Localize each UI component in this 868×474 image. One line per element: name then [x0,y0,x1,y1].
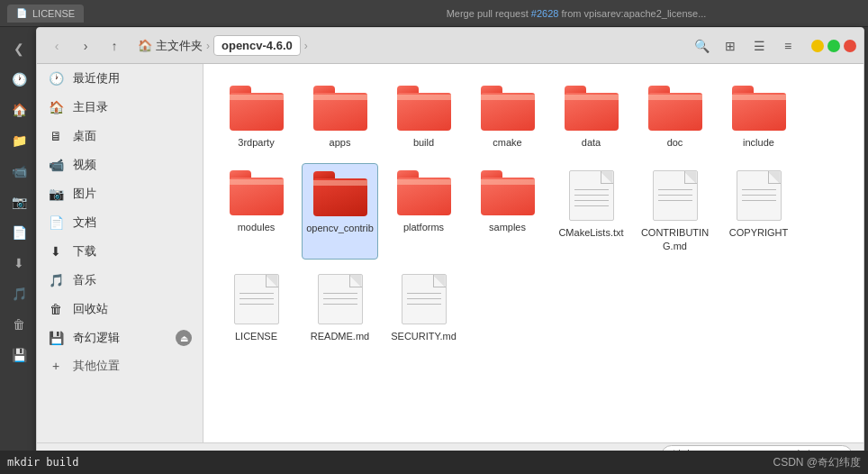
current-path: opencv-4.6.0 [213,35,301,56]
file-name-security: SECURITY.md [391,330,457,342]
file-name-contributing: CONTRIBUTING.md [640,226,710,252]
photo-label: 图片 [73,186,192,202]
edge-folder-btn[interactable]: 📁 [5,126,33,155]
list-view-button[interactable]: ☰ [746,33,772,59]
file-item-copyright[interactable]: COPYRIGHT [720,163,797,260]
desktop-icon: 🖥 [48,128,64,144]
title-bar-github: Merge pull request #2628 from vpisarev:a… [292,8,861,19]
sidebar-item-doc[interactable]: 📄 文档 [37,208,203,237]
file-name-cmake: cmake [493,136,521,149]
edge-collapse-btn[interactable]: ❮ [5,34,33,63]
sidebar: 🕐 最近使用 🏠 主目录 🖥 桌面 📹 视频 📷 图片 📄 文档 [37,64,203,442]
file-item-contributing[interactable]: CONTRIBUTING.md [637,163,713,260]
file-item-build[interactable]: build [385,78,462,156]
edge-recent-btn[interactable]: 🕐 [5,65,33,94]
file-item-security[interactable]: SECURITY.md [385,267,462,350]
edge-music-btn[interactable]: 🎵 [5,279,33,308]
file-item-modules[interactable]: modules [218,163,294,260]
tab-label: LICENSE [32,8,75,19]
home-icon: 🏠 [138,39,152,52]
file-name-platforms: platforms [403,221,444,233]
file-item-opencv-contrib[interactable]: opencv_contrib [302,163,378,260]
file-item-include[interactable]: include [720,78,797,156]
file-item-readme[interactable]: README.md [302,267,378,350]
file-item-doc[interactable]: doc [637,78,713,156]
folder-icon-data [565,86,619,131]
home-breadcrumb[interactable]: 🏠 主文件夹 [138,38,203,54]
folder-icon-opencv-contrib [313,171,367,216]
file-item-platforms[interactable]: platforms [385,163,462,260]
search-button[interactable]: 🔍 [689,33,714,59]
app-label: 奇幻逻辑 [73,330,167,346]
sidebar-item-desktop[interactable]: 🖥 桌面 [37,122,203,150]
file-name-modules: modules [238,221,276,233]
menu-button[interactable]: ≡ [775,33,800,59]
breadcrumb: 🏠 主文件夹 › opencv-4.6.0 › [138,35,678,56]
folder-icon-doc [648,86,702,131]
sidebar-item-trash[interactable]: 🗑 回收站 [37,295,203,324]
eject-badge[interactable]: ⏏ [176,330,192,346]
desktop-label: 桌面 [73,128,192,144]
file-name-cmakelists: CMakeLists.txt [558,226,623,239]
sidebar-add-location[interactable]: + 其他位置 [37,352,203,379]
file-item-samples[interactable]: samples [469,163,546,260]
file-name-include: include [743,136,774,149]
file-icon: 📄 [16,8,27,18]
folder-icon-platforms [397,170,451,215]
file-manager: ‹ › ↑ 🏠 主文件夹 › opencv-4.6.0 › 🔍 ⊞ ☰ ≡ [36,27,864,469]
add-label: 其他位置 [73,358,120,374]
sidebar-item-music[interactable]: 🎵 音乐 [37,266,203,295]
bottom-site: CSDN @奇幻纬度 [773,455,861,470]
file-item-cmake[interactable]: cmake [469,78,546,156]
sidebar-item-photo[interactable]: 📷 图片 [37,179,203,208]
folder-icon-modules [230,170,284,215]
sidebar-item-recent[interactable]: 🕐 最近使用 [37,64,203,93]
sidebar-item-video[interactable]: 📹 视频 [37,150,203,179]
edge-video-btn[interactable]: 📹 [5,157,33,186]
sidebar-item-app[interactable]: 💾 奇幻逻辑 ⏏ [37,324,203,352]
add-icon: + [48,358,64,374]
file-item-apps[interactable]: apps [302,78,378,156]
file-name-license: LICENSE [235,330,277,342]
grid-view-button[interactable]: ⊞ [718,33,743,59]
doc-icon-readme [318,274,363,324]
pr-link[interactable]: #2628 [531,8,559,19]
close-button[interactable] [844,40,856,52]
breadcrumb-separator2: › [304,40,308,52]
edge-photo-btn[interactable]: 📷 [5,187,33,216]
edge-download-btn[interactable]: ⬇ [5,249,33,278]
bottom-bar: mkdir build CSDN @奇幻纬度 [0,451,868,474]
forward-button[interactable]: › [73,33,98,59]
minimize-button[interactable] [811,40,824,52]
music-icon: 🎵 [48,272,64,288]
file-item-cmakelists[interactable]: CMakeLists.txt [553,163,629,260]
edge-home-btn[interactable]: 🏠 [5,96,33,124]
trash-icon: 🗑 [48,301,64,317]
sidebar-item-home[interactable]: 🏠 主目录 [37,93,203,122]
recent-label: 最近使用 [73,70,192,87]
folder-icon-samples [481,170,535,215]
file-name-readme: README.md [311,330,369,342]
up-button[interactable]: ↑ [102,33,127,59]
doc-icon-security [402,274,447,324]
file-item-data[interactable]: data [553,78,629,156]
edge-app-btn[interactable]: 💾 [5,341,33,369]
toolbar: ‹ › ↑ 🏠 主文件夹 › opencv-4.6.0 › 🔍 ⊞ ☰ ≡ [37,28,863,64]
maximize-button[interactable] [827,40,840,52]
home-icon: 🏠 [48,99,64,115]
edge-trash-btn[interactable]: 🗑 [5,310,33,339]
file-item-license[interactable]: LICENSE [218,267,294,350]
window-controls [811,40,856,52]
back-button[interactable]: ‹ [44,33,69,59]
file-item-3rdparty[interactable]: 3rdparty [218,78,294,156]
terminal-text: mkdir build [7,456,78,469]
trash-label: 回收站 [73,301,192,317]
tab-license[interactable]: 📄 LICENSE [7,5,84,23]
app-icon: 💾 [48,330,64,346]
edge-doc-btn[interactable]: 📄 [5,218,33,247]
doc-icon-contributing [653,170,698,221]
sidebar-item-download[interactable]: ⬇ 下载 [37,237,203,266]
home-label: 主目录 [73,99,192,115]
title-bar-left: 📄 LICENSE [7,5,292,23]
file-name-samples: samples [489,221,526,233]
